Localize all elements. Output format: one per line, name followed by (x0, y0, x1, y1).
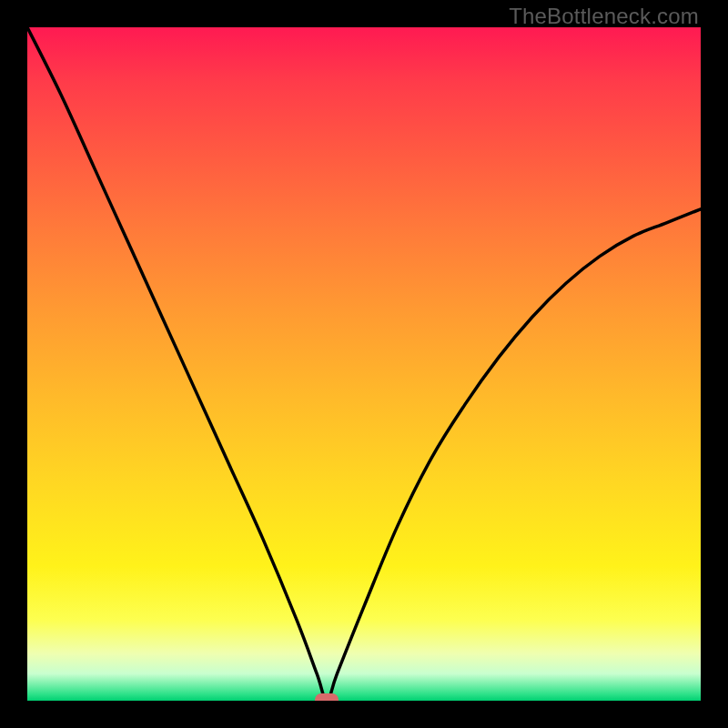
plot-area (27, 27, 701, 701)
attribution-text: TheBottleneck.com (509, 4, 699, 29)
bottleneck-curve (27, 27, 701, 701)
optimum-marker (315, 693, 339, 701)
chart-frame: TheBottleneck.com (0, 0, 728, 728)
